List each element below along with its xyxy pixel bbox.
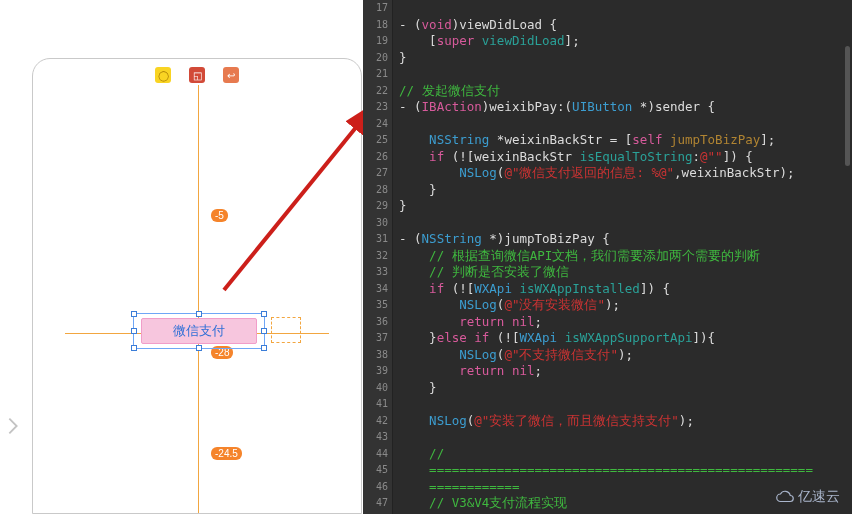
line-number: 45 bbox=[363, 462, 392, 479]
line-number: 28 bbox=[363, 182, 392, 199]
line-number: 47 bbox=[363, 495, 392, 512]
line-number: 36 bbox=[363, 314, 392, 331]
code-line[interactable] bbox=[399, 215, 813, 232]
line-number: 23 bbox=[363, 99, 392, 116]
outline-toggle-icon[interactable] bbox=[2, 415, 24, 437]
code-editor[interactable]: 1718192021222324252627282930313233343536… bbox=[363, 0, 852, 514]
line-number: 42 bbox=[363, 413, 392, 430]
line-number: 18 bbox=[363, 17, 392, 34]
exit-icon[interactable]: ↩ bbox=[223, 67, 239, 83]
code-line[interactable]: NSLog(@"微信支付返回的信息: %@",weixinBackStr); bbox=[399, 165, 813, 182]
uibutton[interactable]: 微信支付 bbox=[141, 318, 257, 344]
code-line[interactable]: ============ bbox=[399, 479, 813, 496]
line-number: 24 bbox=[363, 116, 392, 133]
code-line[interactable]: } bbox=[399, 380, 813, 397]
line-number: 25 bbox=[363, 132, 392, 149]
interface-builder-panel: ◯ ◱ ↩ -5 -28 -24.5 微信支付 bbox=[0, 0, 363, 514]
line-number: 40 bbox=[363, 380, 392, 397]
code-line[interactable]: - (IBAction)weixibPay:(UIButton *)sender… bbox=[399, 99, 813, 116]
ib-canvas[interactable]: ◯ ◱ ↩ -5 -28 -24.5 微信支付 bbox=[32, 58, 362, 514]
code-content[interactable]: - (void)viewDidLoad { [super viewDidLoad… bbox=[393, 0, 813, 514]
line-number: 30 bbox=[363, 215, 392, 232]
code-line[interactable]: // bbox=[399, 446, 813, 463]
code-line[interactable]: NSLog(@"安装了微信，而且微信支持支付"); bbox=[399, 413, 813, 430]
ib-placeholder-box bbox=[271, 317, 301, 343]
line-number: 19 bbox=[363, 33, 392, 50]
code-line[interactable] bbox=[399, 116, 813, 133]
line-number: 26 bbox=[363, 149, 392, 166]
code-line[interactable]: // 根据查询微信API文档，我们需要添加两个需要的判断 bbox=[399, 248, 813, 265]
line-number: 32 bbox=[363, 248, 392, 265]
first-responder-icon[interactable]: ◱ bbox=[189, 67, 205, 83]
code-line[interactable]: NSLog(@"没有安装微信"); bbox=[399, 297, 813, 314]
line-number: 34 bbox=[363, 281, 392, 298]
code-line[interactable]: } bbox=[399, 182, 813, 199]
code-line[interactable] bbox=[399, 396, 813, 413]
line-number: 46 bbox=[363, 479, 392, 496]
scrollbar[interactable] bbox=[845, 46, 850, 166]
storyboard-icon[interactable]: ◯ bbox=[155, 67, 171, 83]
code-line[interactable]: if (![weixinBackStr isEqualToString:@""]… bbox=[399, 149, 813, 166]
line-number: 43 bbox=[363, 429, 392, 446]
code-line[interactable]: - (NSString *)jumpToBizPay { bbox=[399, 231, 813, 248]
line-number: 35 bbox=[363, 297, 392, 314]
resize-handle[interactable] bbox=[196, 345, 202, 351]
code-line[interactable]: NSLog(@"不支持微信支付"); bbox=[399, 347, 813, 364]
code-line[interactable]: return nil; bbox=[399, 363, 813, 380]
line-number: 38 bbox=[363, 347, 392, 364]
code-line[interactable] bbox=[399, 66, 813, 83]
code-line[interactable]: ========================================… bbox=[399, 462, 813, 479]
ib-selected-button[interactable]: 微信支付 bbox=[133, 313, 265, 349]
code-line[interactable]: }else if (![WXApi isWXAppSupportApi]){ bbox=[399, 330, 813, 347]
ib-scene-icons: ◯ ◱ ↩ bbox=[155, 67, 239, 83]
code-line[interactable]: // V3&V4支付流程实现 bbox=[399, 495, 813, 512]
ib-guide-vertical bbox=[198, 85, 199, 513]
code-line[interactable] bbox=[399, 429, 813, 446]
code-line[interactable]: NSString *weixinBackStr = [self jumpToBi… bbox=[399, 132, 813, 149]
resize-handle[interactable] bbox=[261, 311, 267, 317]
code-line[interactable]: // 判断是否安装了微信 bbox=[399, 264, 813, 281]
code-line[interactable]: } bbox=[399, 50, 813, 67]
code-line[interactable]: // 发起微信支付 bbox=[399, 83, 813, 100]
resize-handle[interactable] bbox=[131, 345, 137, 351]
line-number: 17 bbox=[363, 0, 392, 17]
line-number: 29 bbox=[363, 198, 392, 215]
line-number: 20 bbox=[363, 50, 392, 67]
line-number: 44 bbox=[363, 446, 392, 463]
line-number: 41 bbox=[363, 396, 392, 413]
constraint-badge[interactable]: -24.5 bbox=[211, 447, 242, 460]
line-number: 39 bbox=[363, 363, 392, 380]
line-number: 33 bbox=[363, 264, 392, 281]
resize-handle[interactable] bbox=[131, 328, 137, 334]
line-number-gutter: 1718192021222324252627282930313233343536… bbox=[363, 0, 393, 514]
resize-handle[interactable] bbox=[196, 311, 202, 317]
line-number: 22 bbox=[363, 83, 392, 100]
code-line[interactable]: [super viewDidLoad]; bbox=[399, 33, 813, 50]
code-line[interactable]: - (void)viewDidLoad { bbox=[399, 17, 813, 34]
line-number: 37 bbox=[363, 330, 392, 347]
resize-handle[interactable] bbox=[261, 345, 267, 351]
code-line[interactable]: if (![WXApi isWXAppInstalled]) { bbox=[399, 281, 813, 298]
line-number: 31 bbox=[363, 231, 392, 248]
code-line[interactable]: return nil; bbox=[399, 314, 813, 331]
line-number: 21 bbox=[363, 66, 392, 83]
code-line[interactable] bbox=[399, 0, 813, 17]
code-line[interactable]: } bbox=[399, 198, 813, 215]
constraint-badge[interactable]: -5 bbox=[211, 209, 228, 222]
line-number: 27 bbox=[363, 165, 392, 182]
resize-handle[interactable] bbox=[131, 311, 137, 317]
resize-handle[interactable] bbox=[261, 328, 267, 334]
